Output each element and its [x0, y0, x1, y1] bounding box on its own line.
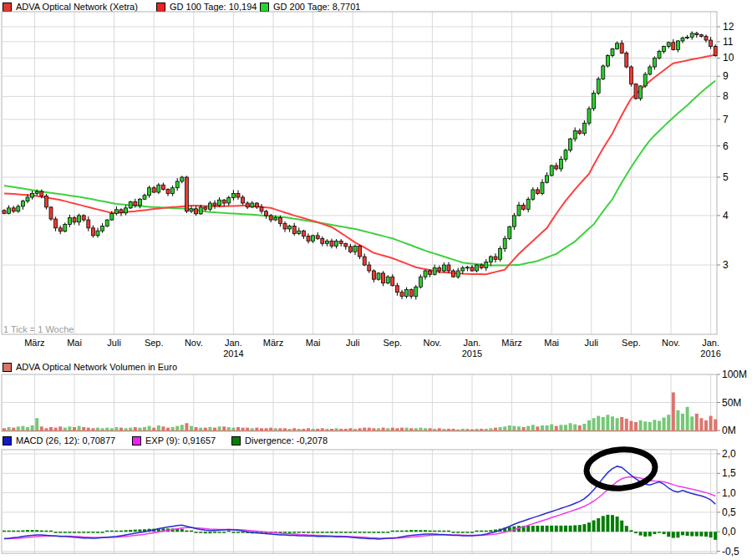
candlesticks	[3, 31, 717, 299]
svg-text:Sep.: Sep.	[145, 338, 164, 348]
macd-panel: 2,01,51,00,50,0-0,5	[2, 447, 739, 557]
macd-axis-labels: 2,01,51,00,50,0-0,5	[717, 448, 739, 557]
svg-text:0,0: 0,0	[722, 526, 736, 537]
svg-text:Mai: Mai	[544, 338, 559, 348]
svg-text:11: 11	[723, 36, 734, 48]
svg-text:7: 7	[723, 114, 729, 125]
svg-text:Nov.: Nov.	[662, 338, 680, 348]
chart-canvas: 1211109876543 MärzMaiJuliSep.Nov.Jan.201…	[0, 0, 752, 560]
svg-text:Jan.: Jan.	[225, 338, 242, 348]
svg-text:März: März	[24, 338, 44, 348]
price-axis-labels: 1211109876543	[717, 21, 734, 271]
svg-text:9: 9	[723, 70, 729, 82]
svg-text:2014: 2014	[223, 349, 243, 359]
svg-text:Juli: Juli	[346, 338, 360, 348]
svg-text:März: März	[263, 338, 283, 348]
price-panel: 1211109876543 MärzMaiJuliSep.Nov.Jan.201…	[2, 12, 734, 359]
moving-average-lines	[4, 55, 715, 275]
svg-text:2016: 2016	[700, 349, 720, 359]
svg-text:10: 10	[723, 52, 734, 64]
divergence-histogram	[3, 515, 717, 540]
svg-text:4: 4	[723, 210, 729, 221]
svg-text:3: 3	[723, 259, 729, 271]
volume-gridlines	[2, 374, 717, 431]
svg-text:Nov.: Nov.	[423, 338, 441, 348]
volume-bars	[2, 392, 717, 430]
svg-text:Juli: Juli	[585, 338, 599, 348]
svg-text:8: 8	[723, 90, 729, 102]
date-axis-labels: MärzMaiJuliSep.Nov.Jan.2014MärzMaiJuliSe…	[24, 338, 721, 359]
svg-text:100M: 100M	[722, 369, 747, 380]
svg-text:2,0: 2,0	[722, 448, 736, 460]
svg-text:Jan.: Jan.	[702, 338, 719, 348]
svg-text:Mai: Mai	[306, 338, 321, 348]
svg-text:März: März	[501, 338, 521, 348]
svg-text:0M: 0M	[722, 425, 736, 436]
svg-text:Nov.: Nov.	[185, 338, 203, 348]
svg-text:5: 5	[723, 171, 729, 183]
svg-text:Sep.: Sep.	[622, 338, 641, 348]
svg-text:Jan.: Jan.	[464, 338, 481, 348]
svg-text:Juli: Juli	[107, 338, 121, 348]
svg-text:2015: 2015	[462, 349, 482, 359]
volume-axis-labels: 100M50M0M	[717, 369, 747, 436]
svg-text:1,0: 1,0	[722, 487, 736, 499]
svg-text:-0,5: -0,5	[722, 546, 739, 557]
svg-text:12: 12	[723, 21, 734, 33]
svg-text:Sep.: Sep.	[383, 338, 402, 348]
svg-text:1,5: 1,5	[722, 467, 736, 479]
svg-text:6: 6	[723, 140, 729, 152]
svg-text:Mai: Mai	[67, 338, 82, 348]
svg-text:0,5: 0,5	[722, 507, 736, 518]
svg-text:50M: 50M	[722, 397, 741, 409]
volume-panel: 100M50M0M	[2, 369, 747, 436]
